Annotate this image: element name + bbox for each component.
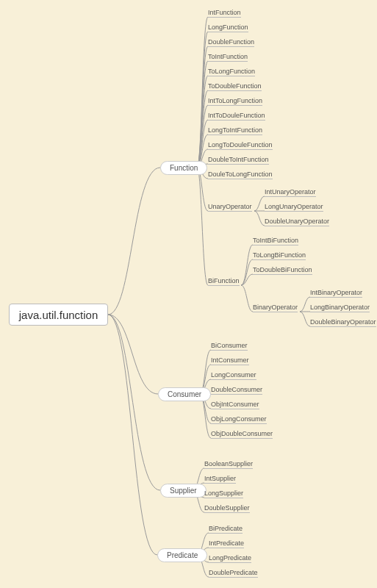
leaf-tolongfunction[interactable]: ToLongFunction <box>208 68 255 76</box>
leaf-doubleconsumer[interactable]: DoubleConsumer <box>211 386 262 395</box>
leaf-doublebinaryoperator[interactable]: DoubleBinaryOperator <box>310 318 376 327</box>
sub-bifunction[interactable]: BiFunction <box>208 277 240 286</box>
leaf-longconsumer[interactable]: LongConsumer <box>211 371 256 380</box>
leaf-longsupplier[interactable]: LongSupplier <box>204 490 243 498</box>
leaf-intunaryoperator[interactable]: IntUnaryOperator <box>265 188 316 197</box>
leaf-doubleunaryoperator[interactable]: DoubleUnaryOperator <box>265 218 329 226</box>
leaf-intconsumer[interactable]: IntConsumer <box>211 356 249 365</box>
branch-consumer[interactable]: Consumer <box>158 387 211 401</box>
leaf-longbinaryoperator[interactable]: LongBinaryOperator <box>310 304 370 312</box>
leaf-longunaryoperator[interactable]: LongUnaryOperator <box>265 203 323 212</box>
leaf-todoublebifunction[interactable]: ToDoubleBiFunction <box>253 266 312 275</box>
leaf-doubletointfunction[interactable]: DoubleToIntFunction <box>208 156 269 165</box>
branch-supplier[interactable]: Supplier <box>160 484 207 498</box>
leaf-longfunction[interactable]: LongFunction <box>208 24 248 32</box>
leaf-intbinaryoperator[interactable]: IntBinaryOperator <box>310 289 362 298</box>
leaf-intfunction[interactable]: IntFunction <box>208 9 241 18</box>
leaf-inttodoulefunction[interactable]: IntToDouleFunction <box>208 112 265 121</box>
leaf-doublepredicate[interactable]: DoublePredicate <box>209 569 258 578</box>
leaf-biconsumer[interactable]: BiConsumer <box>211 342 248 351</box>
sub-binaryoperator[interactable]: BinaryOperator <box>253 304 298 312</box>
leaf-douletolongfunction[interactable]: DouleToLongFunction <box>208 171 273 179</box>
leaf-intsupplier[interactable]: IntSupplier <box>204 475 236 484</box>
leaf-tointbifunction[interactable]: ToIntBiFunction <box>253 237 298 245</box>
sub-unaryoperator[interactable]: UnaryOperator <box>208 203 252 212</box>
leaf-bipredicate[interactable]: BiPredicate <box>209 525 243 534</box>
leaf-booleansupplier[interactable]: BooleanSupplier <box>204 460 253 469</box>
leaf-longtointfunction[interactable]: LongToIntFunction <box>208 126 262 135</box>
leaf-objlongconsumer[interactable]: ObjLongConsumer <box>211 415 267 424</box>
leaf-tolongbifunction[interactable]: ToLongBiFunction <box>253 251 306 260</box>
root-node[interactable]: java.util.function <box>9 304 108 326</box>
branch-function[interactable]: Function <box>160 161 207 175</box>
leaf-doublefunction[interactable]: DoubleFunction <box>208 38 254 47</box>
leaf-longpredicate[interactable]: LongPredicate <box>209 554 251 563</box>
leaf-objintconsumer[interactable]: ObjIntConsumer <box>211 401 259 409</box>
leaf-objdoubleconsumer[interactable]: ObjDoubleConsumer <box>211 430 273 439</box>
branch-predicate[interactable]: Predicate <box>157 548 207 562</box>
leaf-inttolongfunction[interactable]: IntToLongFunction <box>208 97 262 106</box>
leaf-doublesupplier[interactable]: DoubleSupplier <box>204 504 250 513</box>
leaf-longtodoulefunction[interactable]: LongToDouleFunction <box>208 141 273 150</box>
leaf-tointfunction[interactable]: ToIntFunction <box>208 53 248 62</box>
leaf-intpredicate[interactable]: IntPredicate <box>209 539 244 548</box>
leaf-todoublefunction[interactable]: ToDoubleFunction <box>208 82 262 91</box>
